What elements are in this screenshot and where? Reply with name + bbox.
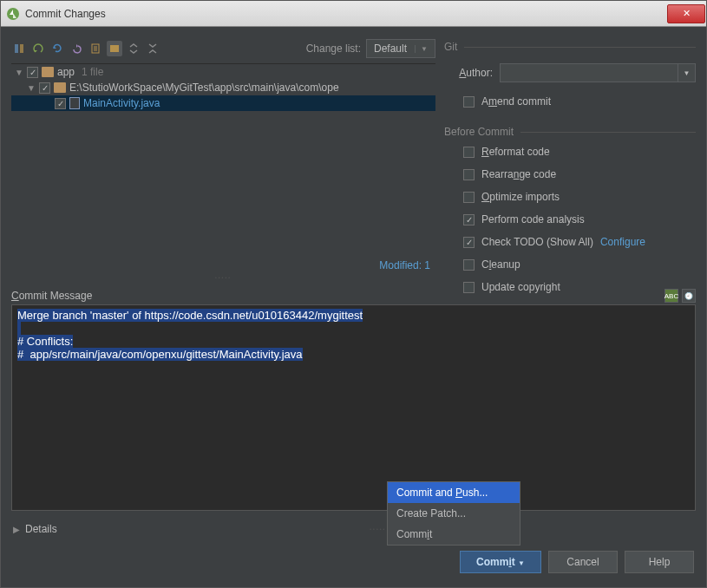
- optimize-label: Optimize imports: [481, 191, 560, 203]
- chevron-right-icon: ▶: [13, 525, 20, 534]
- changelist-label: Change list:: [306, 42, 361, 55]
- chevron-down-icon: ▼: [415, 45, 428, 53]
- revert-icon[interactable]: [30, 41, 46, 56]
- details-label: Details: [25, 523, 57, 535]
- msg-line: # Conflicts:: [17, 335, 73, 348]
- changelist-value: Default: [374, 42, 407, 55]
- app-icon: [6, 7, 20, 21]
- msg-line: [17, 322, 21, 335]
- tree-checkbox[interactable]: [39, 82, 50, 94]
- svg-rect-2: [20, 44, 23, 53]
- amend-label: Amend commit: [481, 95, 551, 108]
- titlebar: Commit Changes ✕: [1, 1, 706, 27]
- tree-file-label: MainActivity.java: [83, 97, 160, 109]
- commit-item[interactable]: Commit: [388, 524, 520, 545]
- tree-checkbox[interactable]: [55, 98, 66, 109]
- tree-root-row[interactable]: ▼ app 1 file: [11, 64, 435, 80]
- reformat-checkbox[interactable]: [463, 147, 475, 158]
- configure-link[interactable]: Configure: [600, 236, 645, 248]
- diff-icon[interactable]: [11, 41, 27, 56]
- commit-and-push-item[interactable]: Commit and Push...: [388, 482, 520, 503]
- create-patch-item[interactable]: Create Patch...: [388, 503, 520, 524]
- folder-icon: [42, 67, 54, 77]
- analysis-label: Perform code analysis: [481, 213, 585, 225]
- author-input[interactable]: ▼: [500, 63, 696, 82]
- group-icon[interactable]: [107, 41, 122, 56]
- tree-file-row[interactable]: MainActivity.java: [11, 95, 435, 111]
- undo-icon[interactable]: [69, 41, 84, 56]
- svg-rect-4: [110, 45, 119, 52]
- msg-line: Merge branch 'master' of https://code.cs…: [17, 309, 363, 322]
- before-section-title: Before Commit: [444, 126, 696, 138]
- expand-icon[interactable]: [126, 41, 141, 56]
- amend-checkbox[interactable]: [463, 96, 475, 108]
- commit-message-textarea[interactable]: Merge branch 'master' of https://code.cs…: [11, 304, 696, 511]
- commit-popup-menu: Commit and Push... Create Patch... Commi…: [387, 481, 520, 546]
- cleanup-checkbox[interactable]: [463, 259, 475, 271]
- history-icon[interactable]: 🕘: [682, 289, 696, 303]
- collapse-icon[interactable]: [145, 41, 160, 56]
- folder-icon: [54, 82, 66, 93]
- analysis-checkbox[interactable]: [463, 214, 475, 225]
- tree-path-label: E:\StutioWorkSpace\MyGitTest\app\src\mai…: [69, 82, 339, 94]
- reformat-label: Reformat code: [481, 146, 550, 158]
- msg-line: # app/src/main/java/com/openxu/gittest/M…: [17, 348, 303, 361]
- author-label: Author:: [444, 67, 493, 79]
- svg-rect-1: [15, 44, 18, 53]
- tree-arrow-icon[interactable]: ▼: [27, 83, 36, 93]
- changelist-icon[interactable]: [88, 41, 103, 56]
- file-icon: [69, 97, 80, 109]
- details-toggle[interactable]: ▶ Details ●●●●●: [11, 518, 696, 540]
- cancel-button[interactable]: Cancel: [548, 551, 618, 573]
- tree-checkbox[interactable]: [27, 67, 38, 78]
- window-title: Commit Changes: [25, 8, 106, 20]
- tree-root-label: app: [57, 66, 75, 78]
- toolbar: Change list: Default ▼: [11, 37, 435, 63]
- refresh-icon[interactable]: [49, 41, 65, 56]
- todo-label: Check TODO (Show All): [481, 236, 593, 248]
- chevron-down-icon: ▼: [678, 64, 695, 82]
- spellcheck-icon[interactable]: ABC: [664, 289, 678, 303]
- splitter-handle[interactable]: ●●●●●: [11, 275, 435, 280]
- tree-path-row[interactable]: ▼ E:\StutioWorkSpace\MyGitTest\app\src\m…: [11, 80, 435, 95]
- file-tree[interactable]: ▼ app 1 file ▼ E:\StutioWorkSpace\MyGitT…: [11, 63, 435, 256]
- file-count: 1 file: [82, 66, 103, 78]
- commit-button[interactable]: Commit ▼: [460, 551, 541, 573]
- help-button[interactable]: Help: [625, 551, 694, 573]
- tree-arrow-icon[interactable]: ▼: [15, 68, 23, 77]
- changelist-dropdown[interactable]: Default ▼: [366, 39, 435, 58]
- modified-status: Modified: 1: [11, 256, 435, 275]
- commit-message-label: Commit Message: [11, 290, 92, 302]
- git-section-title: Git: [444, 41, 696, 53]
- optimize-checkbox[interactable]: [463, 192, 475, 203]
- splitter-dots: ●●●●●: [370, 527, 386, 531]
- cleanup-label: Cleanup: [481, 258, 520, 271]
- rearrange-label: Rearrange code: [481, 168, 556, 180]
- todo-checkbox[interactable]: [463, 237, 475, 248]
- close-button[interactable]: ✕: [667, 4, 705, 23]
- rearrange-checkbox[interactable]: [463, 169, 475, 180]
